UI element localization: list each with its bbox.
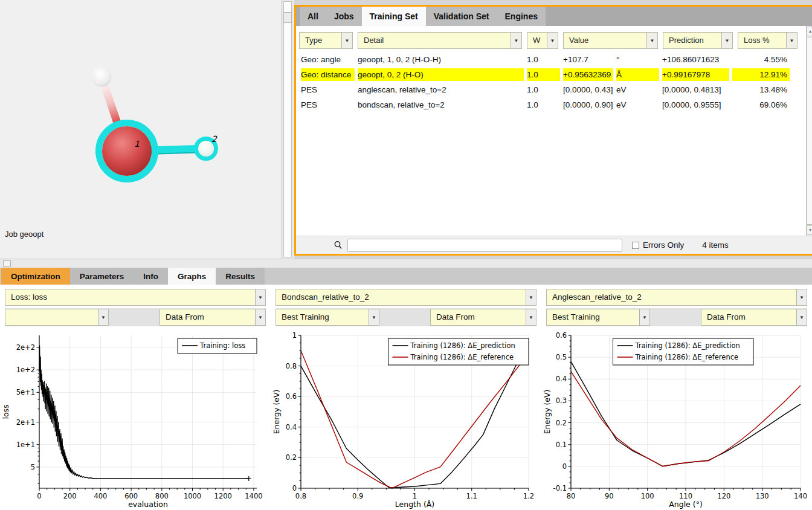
svg-text:Training (1286): ΔE_reference: Training (1286): ΔE_reference [410, 353, 514, 361]
data-from-select-bondscan[interactable]: Data From ▼ [430, 309, 536, 326]
data-from-select-loss[interactable]: Data From ▼ [160, 309, 266, 326]
job-label: Job geoopt [5, 230, 44, 239]
tab-results[interactable]: Results [216, 268, 265, 285]
svg-text:Training (1286): ΔE_reference: Training (1286): ΔE_reference [635, 353, 739, 361]
svg-text:1e+2: 1e+2 [16, 366, 35, 374]
table-header-row: Type ▼ Detail ▼ W ▼ Value ▼ [296, 26, 812, 49]
source-select-anglescan[interactable]: Best Training ▼ [546, 309, 650, 326]
chevron-down-icon[interactable]: ▼ [369, 309, 379, 325]
chevron-down-icon[interactable]: ▼ [646, 33, 657, 48]
source-select-bondscan[interactable]: Best Training ▼ [276, 309, 379, 326]
svg-text:0.6: 0.6 [556, 331, 567, 340]
svg-text:0.4: 0.4 [556, 375, 567, 383]
chevron-down-icon[interactable]: ▼ [547, 33, 558, 48]
svg-text:0.4: 0.4 [286, 423, 297, 431]
table-row[interactable]: PES bondscan, relative_to=2 1.0 [0.0000,… [296, 97, 812, 112]
svg-text:0.8: 0.8 [286, 362, 297, 370]
svg-text:0.1: 0.1 [556, 441, 567, 449]
molecule-viewer[interactable]: 1 2 Job geoopt [0, 0, 281, 259]
errors-only-checkbox[interactable] [632, 242, 639, 249]
tab-optimization[interactable]: Optimization [1, 268, 70, 285]
svg-text:evaluation: evaluation [128, 500, 168, 509]
vertical-splitter[interactable] [281, 0, 294, 259]
chevron-down-icon[interactable]: ▼ [796, 309, 807, 325]
chevron-down-icon[interactable]: ▼ [255, 289, 265, 305]
tab-graphs[interactable]: Graphs [168, 268, 216, 285]
svg-text:1200: 1200 [214, 492, 232, 500]
chevron-down-icon[interactable]: ▼ [255, 309, 265, 325]
splitter-handle[interactable] [3, 260, 11, 266]
vertical-scrollbar-thumb[interactable] [283, 12, 292, 23]
molecule-3d-view[interactable]: 1 2 [0, 0, 281, 259]
column-header-prediction[interactable]: Prediction ▼ [663, 32, 733, 49]
scroll-up-icon[interactable]: ▲ [807, 27, 812, 36]
bondscan-chart-panel: 0.80.911.11.200.20.40.60.81Length (Å)Ene… [271, 329, 541, 510]
scroll-down-icon[interactable]: ▼ [807, 225, 812, 235]
svg-text:600: 600 [124, 492, 138, 500]
chevron-down-icon[interactable]: ▼ [796, 289, 807, 305]
svg-text:0.6: 0.6 [286, 392, 297, 401]
data-from-select-anglescan[interactable]: Data From ▼ [701, 309, 807, 326]
chevron-down-icon[interactable]: ▼ [341, 33, 352, 48]
atom-label-2: 2 [211, 134, 218, 144]
item-count: 4 items [702, 240, 729, 250]
tab-engines[interactable]: Engines [497, 7, 546, 26]
atom-o[interactable] [102, 126, 152, 176]
svg-text:1000: 1000 [184, 492, 201, 500]
tab-info[interactable]: Info [134, 268, 168, 285]
svg-text:-0.1: -0.1 [553, 484, 567, 492]
svg-text:Angle (°): Angle (°) [669, 500, 703, 509]
svg-text:0: 0 [292, 484, 297, 492]
tab-parameters[interactable]: Parameters [70, 268, 134, 285]
svg-text:0.2: 0.2 [286, 453, 297, 462]
svg-text:0: 0 [562, 462, 567, 471]
svg-text:200: 200 [63, 492, 77, 500]
svg-text:90: 90 [605, 492, 614, 500]
column-header-loss[interactable]: Loss % ▼ [738, 32, 798, 49]
graph-select-bondscan[interactable]: Bondscan_relative_to_2 ▼ [276, 289, 536, 306]
tab-training-set[interactable]: Training Set [362, 7, 426, 26]
graph-select-anglescan[interactable]: Anglescan_relative_to_2 ▼ [546, 289, 807, 306]
tab-all[interactable]: All [300, 7, 326, 26]
table-scrollbar[interactable]: ▲ ▼ [806, 26, 812, 236]
table-footer: Errors Only 4 items [296, 236, 812, 254]
anglescan-chart: 8090100110120130140-0.100.10.20.30.40.50… [541, 329, 812, 510]
chevron-down-icon[interactable]: ▼ [526, 289, 536, 305]
atom-h1[interactable] [92, 67, 112, 87]
chevron-down-icon[interactable]: ▼ [511, 33, 521, 48]
source-select-loss[interactable]: ▼ [5, 309, 109, 326]
chevron-down-icon[interactable]: ▼ [98, 309, 108, 325]
tab-jobs[interactable]: Jobs [326, 7, 362, 26]
table-scrollbar-thumb[interactable] [807, 37, 812, 225]
svg-text:0.8: 0.8 [295, 492, 306, 500]
svg-text:Training (1286): ΔE_prediction: Training (1286): ΔE_prediction [635, 341, 740, 350]
selector-panel-bondscan: Bondscan_relative_to_2 ▼ Best Training ▼… [271, 285, 541, 329]
svg-text:800: 800 [155, 492, 169, 500]
svg-text:100: 100 [641, 492, 654, 500]
search-input[interactable] [347, 239, 622, 252]
column-header-detail[interactable]: Detail ▼ [358, 32, 522, 49]
svg-text:5: 5 [31, 463, 35, 471]
graph-select-loss[interactable]: Loss: loss ▼ [5, 289, 266, 306]
tab-validation-set[interactable]: Validation Set [426, 7, 497, 26]
svg-text:1: 1 [413, 492, 417, 500]
table-row-selected[interactable]: Geo: distance geoopt, 0, 2 (H-O) 1.0 +0.… [296, 67, 812, 82]
horizontal-splitter[interactable] [0, 259, 812, 268]
svg-text:1.2: 1.2 [523, 492, 534, 500]
table-row[interactable]: PES anglescan, relative_to=2 1.0 [0.0000… [296, 82, 812, 97]
svg-text:2e+1: 2e+1 [16, 418, 35, 427]
svg-text:1: 1 [292, 331, 297, 340]
top-section: 1 2 Job geoopt All Jobs Training Set Val… [0, 0, 812, 259]
loss-chart: 02004006008001000120014002e+21e+25e+12e+… [0, 329, 271, 510]
chevron-down-icon[interactable]: ▼ [526, 309, 536, 325]
svg-text:0.9: 0.9 [352, 492, 363, 500]
table-row[interactable]: Geo: angle geoopt, 1, 0, 2 (H-O-H) 1.0 +… [296, 52, 812, 67]
column-header-w[interactable]: W ▼ [527, 32, 558, 49]
column-header-value[interactable]: Value ▼ [563, 32, 658, 49]
chevron-down-icon[interactable]: ▼ [786, 33, 797, 48]
vertical-scrollbar-track[interactable] [283, 1, 292, 257]
chevron-down-icon[interactable]: ▼ [639, 309, 649, 325]
column-header-type[interactable]: Type ▼ [299, 32, 353, 49]
svg-text:0.3: 0.3 [556, 396, 567, 405]
chevron-down-icon[interactable]: ▼ [721, 33, 732, 48]
